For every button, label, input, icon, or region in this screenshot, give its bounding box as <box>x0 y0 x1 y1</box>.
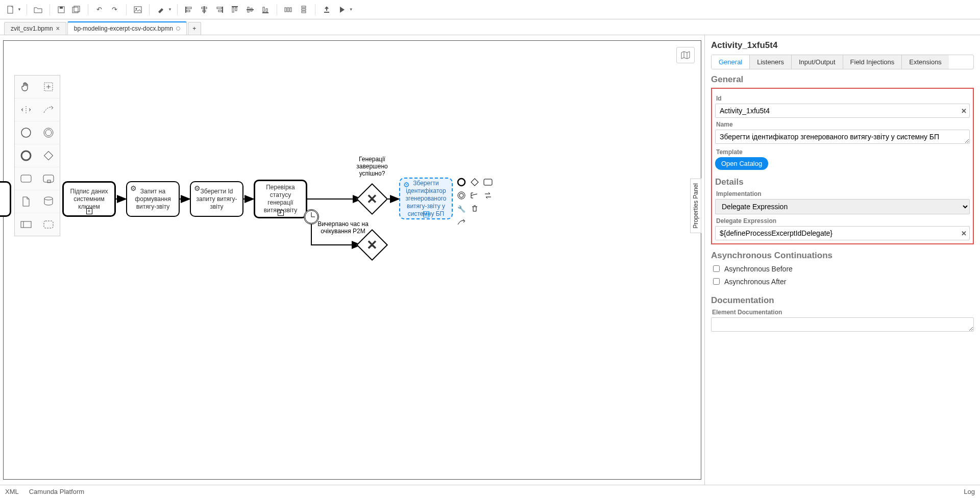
annotation-icon[interactable] <box>469 190 480 201</box>
append-end-event-icon[interactable] <box>456 177 467 188</box>
status-log[interactable]: Log <box>964 488 975 495</box>
canvas-inner[interactable]: Properties Panel <box>3 40 701 480</box>
ptab-listeners[interactable]: Listeners <box>749 55 791 69</box>
distribute-v-icon[interactable] <box>298 4 310 16</box>
align-left-icon[interactable] <box>183 4 195 16</box>
start-event-icon[interactable] <box>15 121 37 144</box>
svg-rect-17 <box>232 8 234 12</box>
connect-icon[interactable] <box>456 216 467 228</box>
dropdown-caret-icon[interactable]: ▼ <box>349 7 353 12</box>
bpmn-service-task-save-id[interactable]: ⚙ Зберегти Id запиту витягу-звіту <box>190 181 243 217</box>
save-icon[interactable] <box>55 4 67 16</box>
undo-icon[interactable]: ↶ <box>93 4 106 16</box>
group-icon[interactable] <box>37 213 60 236</box>
align-bottom-icon[interactable] <box>259 4 272 16</box>
sequence-flow-label: Вичерпано час на очікування P2M <box>317 220 369 235</box>
dropdown-caret-icon[interactable]: ▼ <box>168 7 172 12</box>
append-gateway-icon[interactable] <box>469 177 480 188</box>
tab-add[interactable]: + <box>188 22 201 35</box>
lasso-tool-icon[interactable] <box>37 76 60 98</box>
append-task-icon[interactable] <box>482 177 494 188</box>
minimap-toggle[interactable] <box>676 47 695 63</box>
bpmn-subprocess-check-status[interactable]: Перевірка статусу генерації витягу-звіту… <box>254 180 307 218</box>
id-input[interactable] <box>715 104 970 118</box>
dropdown-caret-icon[interactable]: ▼ <box>17 7 21 12</box>
async-before-checkbox[interactable] <box>713 265 720 272</box>
open-file-icon[interactable] <box>32 4 44 16</box>
save-all-icon[interactable] <box>70 4 83 16</box>
name-input[interactable]: Зберегти ідентифікатор згенерованого вит… <box>715 130 970 144</box>
delete-icon[interactable] <box>469 203 480 214</box>
new-file-icon[interactable] <box>4 4 16 16</box>
subprocess-icon[interactable] <box>37 167 60 190</box>
async-after-checkbox[interactable] <box>713 278 720 285</box>
redo-icon[interactable]: ↷ <box>109 4 121 16</box>
paint-icon[interactable] <box>155 4 167 16</box>
ptab-field-injections[interactable]: Field Injections <box>843 55 902 69</box>
gateway-icon[interactable] <box>37 144 60 167</box>
upload-icon[interactable] <box>321 4 333 16</box>
svg-rect-23 <box>263 7 264 12</box>
change-type-icon[interactable] <box>482 190 494 201</box>
subprocess-marker-icon: + <box>423 211 429 217</box>
tool-palette <box>14 75 60 236</box>
ptab-extensions[interactable]: Extensions <box>901 55 949 69</box>
align-right-icon[interactable] <box>213 4 226 16</box>
svg-rect-53 <box>471 179 478 186</box>
bpmn-task-partial[interactable]: + <box>0 181 11 217</box>
svg-rect-25 <box>285 8 286 12</box>
image-export-icon[interactable] <box>132 4 144 16</box>
play-icon[interactable] <box>336 4 348 16</box>
ptab-io[interactable]: Input/Output <box>791 55 843 69</box>
label-template: Template <box>716 148 970 156</box>
label-element-doc: Element Documentation <box>712 309 974 316</box>
space-tool-icon[interactable] <box>15 98 37 121</box>
tab-file-0[interactable]: zvit_csv1.bpmn × <box>4 22 66 35</box>
async-before-row[interactable]: Asynchronous Before <box>711 264 974 273</box>
delegate-expression-input[interactable] <box>715 226 970 240</box>
participant-icon[interactable] <box>15 213 37 236</box>
data-store-icon[interactable] <box>37 190 60 213</box>
bpmn-call-activity-sign[interactable]: Підпис даних системним ключем + <box>62 181 116 217</box>
tab-file-1[interactable]: bp-modeling-excerpt-csv-docx.bpmn <box>67 21 187 35</box>
bpmn-timer-event-icon[interactable] <box>304 209 319 225</box>
clear-icon[interactable]: ✕ <box>961 107 967 115</box>
connect-tool-icon[interactable] <box>37 98 60 121</box>
async-after-label: Asynchronous After <box>724 278 786 286</box>
properties-panel-toggle[interactable]: Properties Panel <box>690 179 701 233</box>
open-catalog-button[interactable]: Open Catalog <box>715 157 768 170</box>
align-top-icon[interactable] <box>229 4 241 16</box>
end-event-icon[interactable] <box>15 144 37 167</box>
diagram-canvas[interactable]: Properties Panel <box>0 35 704 485</box>
svg-rect-8 <box>187 7 191 9</box>
svg-rect-2 <box>60 7 63 9</box>
close-icon[interactable]: × <box>56 25 60 32</box>
element-doc-input[interactable] <box>711 317 974 332</box>
section-async: Asynchronous Continuations <box>711 251 974 261</box>
wrench-icon[interactable]: 🔧 <box>456 203 467 214</box>
svg-rect-40 <box>21 175 31 182</box>
align-center-icon[interactable] <box>198 4 210 16</box>
task-icon[interactable] <box>15 167 37 190</box>
ptab-general[interactable]: General <box>712 55 749 69</box>
intermediate-event-icon[interactable] <box>37 121 60 144</box>
align-middle-icon[interactable] <box>244 4 256 16</box>
data-object-icon[interactable] <box>15 190 37 213</box>
label-implementation: Implementation <box>716 190 970 197</box>
append-intermediate-event-icon[interactable] <box>456 190 467 201</box>
bpmn-exclusive-gateway-top[interactable]: ✕ <box>356 183 388 215</box>
async-after-row[interactable]: Asynchronous After <box>711 277 974 286</box>
bpmn-service-task-selected[interactable]: ⚙ Зберегти ідентифікатор згенерованого в… <box>399 178 453 219</box>
svg-point-56 <box>459 193 463 197</box>
bpmn-service-task-request[interactable]: ⚙ Запит на формування витягу-звіту <box>126 181 180 217</box>
status-xml[interactable]: XML <box>5 488 19 495</box>
clear-icon[interactable]: ✕ <box>961 230 967 237</box>
implementation-select[interactable]: Delegate Expression <box>715 199 970 214</box>
status-platform[interactable]: Camunda Platform <box>29 488 84 495</box>
distribute-h-icon[interactable] <box>282 4 295 16</box>
tab-label: bp-modeling-excerpt-csv-docx.bpmn <box>74 25 173 32</box>
gear-icon: ⚙ <box>130 184 137 193</box>
svg-rect-24 <box>266 9 267 12</box>
svg-rect-15 <box>218 10 222 12</box>
hand-tool-icon[interactable] <box>15 76 37 98</box>
